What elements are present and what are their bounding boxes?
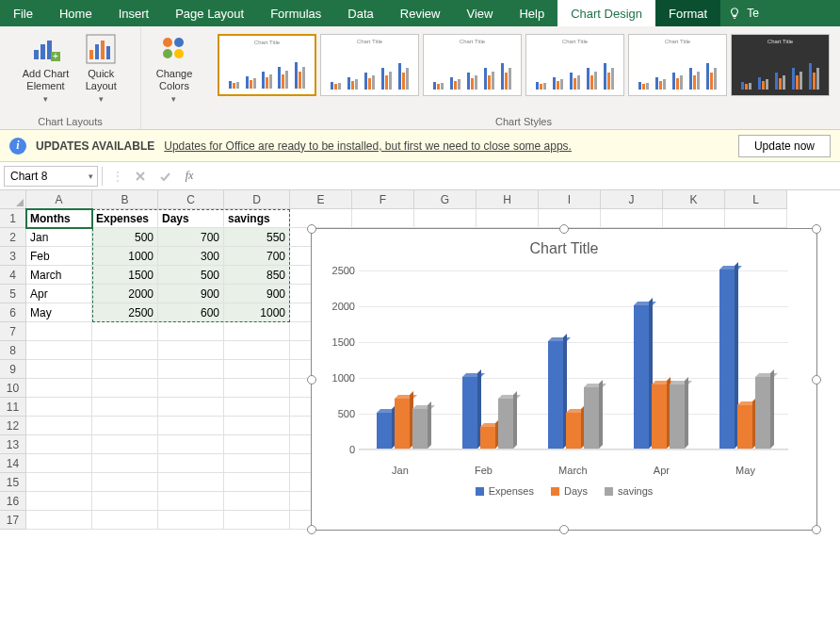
cell-D3[interactable]: 700	[224, 247, 290, 266]
bar-Days-Feb[interactable]	[480, 427, 495, 449]
bar-Expenses-Jan[interactable]	[377, 413, 392, 449]
embedded-chart[interactable]: Chart Title 05001000150020002500 JanFebM…	[311, 228, 817, 531]
chart-style-2[interactable]: Chart Title	[320, 34, 419, 96]
legend-item-savings[interactable]: savings	[605, 485, 653, 497]
tell-me[interactable]: Te	[720, 0, 767, 26]
cell-C1[interactable]: Days	[158, 209, 224, 228]
add-chart-element-button[interactable]: + Add Chart Element ▾	[19, 30, 73, 106]
cancel-icon[interactable]	[133, 169, 148, 184]
row-header-2[interactable]: 2	[0, 228, 26, 247]
change-colors-button[interactable]: Change Colors ▾	[153, 30, 197, 106]
cell-B5[interactable]: 2000	[92, 285, 158, 303]
cell-C5[interactable]: 900	[158, 285, 224, 303]
cell-F1[interactable]	[352, 209, 414, 228]
cell-D7[interactable]	[224, 322, 290, 341]
cell-A16[interactable]	[26, 492, 92, 511]
cell-K1[interactable]	[663, 209, 725, 228]
resize-handle-se[interactable]	[812, 525, 821, 534]
row-header-6[interactable]: 6	[0, 303, 26, 322]
cell-D4[interactable]: 850	[224, 266, 290, 285]
tab-format[interactable]: Format	[655, 0, 720, 26]
tab-formulas[interactable]: Formulas	[257, 0, 334, 26]
cell-A8[interactable]	[26, 341, 92, 360]
fx-icon[interactable]: fx	[182, 169, 197, 184]
cell-A14[interactable]	[26, 454, 92, 473]
bar-savings-Feb[interactable]	[498, 399, 513, 449]
cell-B10[interactable]	[92, 379, 158, 398]
update-message-link[interactable]: Updates for Office are ready to be insta…	[164, 139, 572, 153]
col-header-K[interactable]: K	[663, 190, 725, 209]
tab-help[interactable]: Help	[506, 0, 557, 26]
bar-Expenses-Feb[interactable]	[462, 377, 477, 449]
cell-D8[interactable]	[224, 341, 290, 360]
cell-D1[interactable]: savings	[224, 209, 290, 228]
col-header-D[interactable]: D	[224, 190, 290, 209]
resize-handle-e[interactable]	[812, 375, 821, 384]
cell-B2[interactable]: 500	[92, 228, 158, 247]
bar-Days-March[interactable]	[566, 413, 581, 449]
row-header-8[interactable]: 8	[0, 341, 26, 360]
chart-style-3[interactable]: Chart Title	[423, 34, 522, 96]
row-header-10[interactable]: 10	[0, 379, 26, 398]
tab-data[interactable]: Data	[334, 0, 386, 26]
row-header-5[interactable]: 5	[0, 285, 26, 303]
chart-title[interactable]: Chart Title	[312, 229, 816, 261]
enter-icon[interactable]	[157, 169, 172, 184]
row-header-17[interactable]: 17	[0, 511, 26, 530]
chart-plot-area[interactable]: 05001000150020002500	[359, 270, 788, 450]
cell-B8[interactable]	[92, 341, 158, 360]
cell-A13[interactable]	[26, 435, 92, 454]
tab-view[interactable]: View	[453, 0, 506, 26]
update-now-button[interactable]: Update now	[738, 135, 831, 157]
row-header-12[interactable]: 12	[0, 417, 26, 435]
cell-C12[interactable]	[158, 417, 224, 435]
bar-Expenses-May[interactable]	[719, 270, 735, 449]
bar-savings-May[interactable]	[755, 377, 770, 449]
bar-Days-Jan[interactable]	[395, 399, 410, 449]
cell-A4[interactable]: March	[26, 266, 92, 285]
row-header-7[interactable]: 7	[0, 322, 26, 341]
cell-C10[interactable]	[158, 379, 224, 398]
select-all-corner[interactable]	[0, 190, 26, 209]
cell-A2[interactable]: Jan	[26, 228, 92, 247]
spreadsheet-grid[interactable]: ABCDEFGHIJKL 1MonthsExpensesDayssavings2…	[0, 190, 840, 638]
cell-D16[interactable]	[224, 492, 290, 511]
cell-D11[interactable]	[224, 398, 290, 417]
cell-C7[interactable]	[158, 322, 224, 341]
col-header-G[interactable]: G	[414, 190, 477, 209]
tab-review[interactable]: Review	[387, 0, 454, 26]
cell-D5[interactable]: 900	[224, 285, 290, 303]
resize-handle-w[interactable]	[307, 375, 316, 384]
cell-C13[interactable]	[158, 435, 224, 454]
row-header-16[interactable]: 16	[0, 492, 26, 511]
cell-B11[interactable]	[92, 398, 158, 417]
cell-C11[interactable]	[158, 398, 224, 417]
row-header-9[interactable]: 9	[0, 360, 26, 379]
cell-C4[interactable]: 500	[158, 266, 224, 285]
cell-B17[interactable]	[92, 511, 158, 530]
resize-handle-n[interactable]	[559, 224, 569, 234]
bar-savings-March[interactable]	[584, 387, 599, 449]
col-header-L[interactable]: L	[725, 190, 787, 209]
cell-J1[interactable]	[601, 209, 663, 228]
col-header-C[interactable]: C	[158, 190, 224, 209]
legend-item-Days[interactable]: Days	[551, 485, 588, 497]
bar-savings-Apr[interactable]	[670, 384, 685, 449]
row-header-15[interactable]: 15	[0, 473, 26, 492]
cell-B7[interactable]	[92, 322, 158, 341]
col-header-F[interactable]: F	[352, 190, 414, 209]
cell-D14[interactable]	[224, 454, 290, 473]
row-header-14[interactable]: 14	[0, 454, 26, 473]
chart-style-6[interactable]: Chart Title	[731, 34, 830, 96]
quick-layout-button[interactable]: Quick Layout ▾	[80, 30, 121, 106]
cell-D10[interactable]	[224, 379, 290, 398]
cell-E1[interactable]	[290, 209, 352, 228]
cell-I1[interactable]	[539, 209, 601, 228]
cell-A10[interactable]	[26, 379, 92, 398]
cell-C6[interactable]: 600	[158, 303, 224, 322]
resize-handle-ne[interactable]	[812, 224, 821, 234]
cell-B6[interactable]: 2500	[92, 303, 158, 322]
cell-A12[interactable]	[26, 417, 92, 435]
cell-B1[interactable]: Expenses	[92, 209, 158, 228]
cell-B3[interactable]: 1000	[92, 247, 158, 266]
